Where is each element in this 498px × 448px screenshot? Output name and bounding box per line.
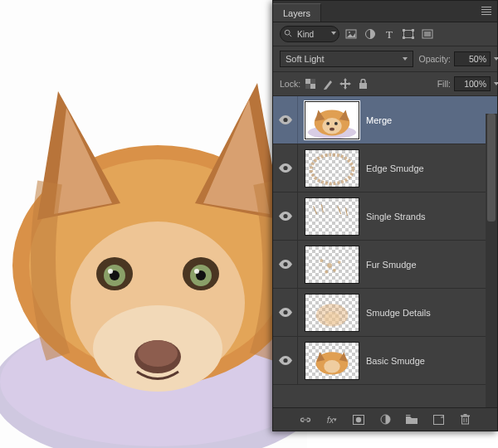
lock-position-icon[interactable] — [339, 78, 351, 90]
layers-list: MergeEdge SmudgeSingle StrandsFur Smudge… — [273, 96, 497, 385]
svg-point-21 — [349, 32, 350, 33]
layer-row[interactable]: Single Strands — [273, 192, 497, 241]
layer-name-label[interactable]: Merge — [366, 115, 392, 125]
layer-name-label[interactable]: Single Strands — [366, 212, 426, 222]
filter-smart-icon[interactable] — [421, 27, 434, 41]
lock-row: Lock: Fill: 100% — [273, 72, 497, 96]
svg-line-48 — [321, 204, 323, 212]
layer-thumbnail[interactable] — [305, 197, 359, 236]
svg-point-42 — [334, 121, 338, 124]
fill-input[interactable]: 100% — [454, 76, 491, 91]
lock-transparency-icon[interactable] — [305, 78, 316, 90]
eye-icon — [279, 212, 292, 221]
tab-layers[interactable]: Layers — [273, 3, 321, 22]
visibility-toggle[interactable] — [273, 289, 298, 336]
blend-mode-select[interactable]: Soft Light — [280, 51, 413, 67]
blend-row: Soft Light Opacity: 50% — [273, 46, 497, 72]
svg-rect-35 — [359, 83, 367, 89]
layer-row[interactable]: Edge Smudge — [273, 144, 497, 192]
visibility-toggle[interactable] — [273, 337, 298, 384]
panel-tabbar: Layers — [273, 1, 497, 22]
visibility-toggle[interactable] — [273, 192, 298, 240]
chevron-down-icon — [403, 57, 408, 61]
fx-icon[interactable]: fx▾ — [326, 414, 338, 426]
layer-name-label[interactable]: Smudge Details — [366, 308, 431, 318]
mask-icon[interactable] — [353, 414, 364, 426]
eye-icon — [279, 163, 292, 173]
svg-line-47 — [314, 206, 317, 214]
panel-menu-icon[interactable] — [479, 3, 494, 18]
svg-point-55 — [333, 268, 336, 271]
opacity-input[interactable]: 50% — [454, 51, 491, 66]
svg-point-60 — [283, 358, 287, 363]
lock-pixels-icon[interactable] — [322, 78, 334, 90]
layer-name-label[interactable]: Basic Smudge — [366, 356, 425, 366]
svg-point-43 — [330, 127, 334, 130]
svg-point-15 — [194, 269, 199, 274]
filter-shape-icon[interactable] — [402, 27, 415, 41]
layer-row[interactable]: Fur Smudge — [273, 241, 497, 289]
svg-line-19 — [290, 35, 292, 37]
visibility-toggle[interactable] — [273, 144, 298, 192]
chevron-down-icon — [494, 82, 498, 85]
filter-row: T — [273, 22, 497, 46]
eye-icon — [279, 115, 292, 124]
svg-rect-33 — [310, 79, 315, 84]
svg-point-18 — [285, 30, 290, 35]
eye-icon — [279, 260, 292, 269]
svg-line-50 — [345, 207, 347, 216]
svg-point-40 — [322, 118, 341, 134]
svg-rect-31 — [305, 79, 310, 84]
svg-point-64 — [356, 416, 361, 421]
svg-point-51 — [283, 262, 287, 266]
layer-row[interactable]: Smudge Details — [273, 289, 497, 337]
layer-thumbnail[interactable] — [305, 294, 359, 332]
svg-point-62 — [324, 360, 339, 373]
layer-thumbnail[interactable] — [305, 246, 359, 284]
new-layer-icon[interactable] — [432, 414, 444, 426]
svg-rect-30 — [424, 32, 431, 37]
svg-point-44 — [283, 166, 287, 170]
adjustment-icon[interactable] — [379, 414, 391, 426]
layer-thumbnail[interactable] — [305, 149, 359, 187]
visibility-toggle[interactable] — [273, 241, 298, 288]
layers-panel: Layers T Soft Light Opacity: 50% — [272, 0, 498, 431]
search-icon — [284, 29, 292, 37]
svg-point-17 — [138, 340, 178, 367]
lock-all-icon[interactable] — [357, 78, 369, 90]
layer-row[interactable]: Merge — [273, 96, 497, 144]
fill-label: Fill: — [437, 79, 451, 89]
svg-rect-68 — [461, 416, 470, 417]
filter-pixel-icon[interactable] — [344, 27, 358, 41]
layer-row[interactable]: Basic Smudge — [273, 337, 497, 385]
chevron-down-icon — [331, 32, 336, 35]
svg-rect-66 — [433, 415, 443, 424]
document-canvas — [0, 0, 307, 448]
visibility-toggle[interactable] — [273, 96, 298, 144]
svg-rect-26 — [412, 29, 414, 32]
layer-name-label[interactable]: Edge Smudge — [366, 163, 424, 173]
link-icon[interactable] — [300, 414, 311, 426]
svg-rect-25 — [403, 29, 405, 32]
filter-adjustment-icon[interactable] — [364, 27, 377, 41]
trash-icon[interactable] — [459, 414, 471, 426]
svg-rect-67 — [461, 416, 468, 424]
svg-point-45 — [311, 154, 353, 183]
layer-thumbnail[interactable] — [305, 101, 359, 139]
layer-name-label[interactable]: Fur Smudge — [366, 260, 417, 270]
chevron-down-icon — [494, 57, 498, 61]
svg-point-14 — [108, 269, 113, 274]
svg-point-57 — [283, 310, 287, 314]
svg-point-53 — [327, 263, 332, 268]
filter-type-icon[interactable]: T — [383, 27, 396, 41]
svg-line-49 — [338, 206, 341, 214]
layer-thumbnail[interactable] — [305, 342, 359, 380]
svg-point-59 — [324, 312, 339, 325]
layers-scrollbar[interactable] — [486, 114, 497, 407]
svg-point-46 — [283, 214, 287, 218]
scrollbar-thumb[interactable] — [487, 114, 496, 222]
svg-point-56 — [325, 270, 328, 273]
group-icon[interactable] — [406, 414, 417, 426]
eye-icon — [279, 356, 292, 365]
blend-mode-value: Soft Light — [286, 54, 324, 64]
